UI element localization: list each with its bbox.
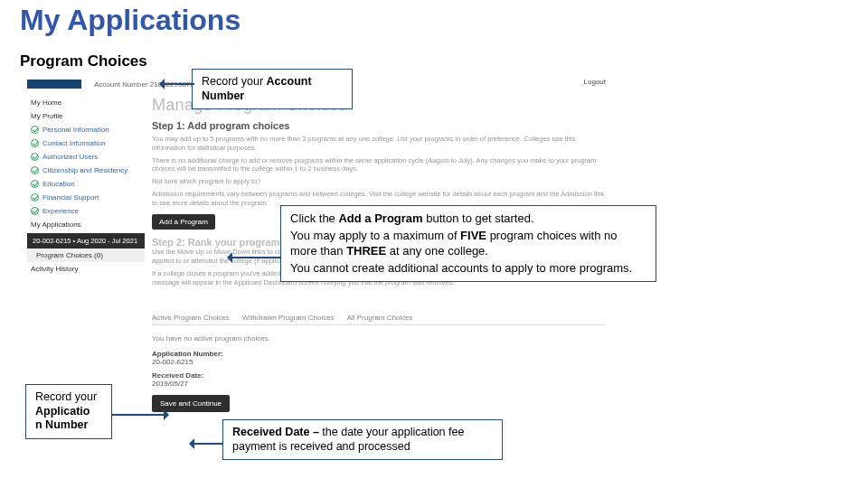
co-bold: Received Date –: [232, 426, 322, 438]
bg-add-program-button: Add a Program: [152, 214, 215, 230]
check-icon: [31, 166, 39, 174]
co-bold: n Number: [35, 418, 88, 431]
bg-side-label: Contact Information: [42, 139, 106, 147]
co-bold: Applicatio: [35, 405, 90, 418]
bg-tab-active: Active Program Choices: [152, 314, 230, 322]
co-text: You may apply to a maximum of: [290, 229, 460, 242]
bg-side-item: Authorized Users: [27, 150, 145, 164]
co-bold: Account: [267, 75, 312, 88]
bg-side-label: Education: [42, 180, 75, 188]
check-icon: [31, 180, 39, 188]
bg-recv-val: 2019/05/27: [152, 380, 188, 388]
bg-side-label: Authorized Users: [42, 153, 98, 161]
bg-p1: You may add up to 5 programs with no mor…: [152, 135, 606, 153]
bg-tab-all: All Program Choices: [347, 314, 413, 322]
check-icon: [31, 139, 39, 147]
co-text: Click the: [290, 211, 338, 225]
bg-side-profile: My Profile: [27, 109, 145, 123]
co-line: You cannot create additional accounts to…: [290, 261, 646, 276]
bg-appnum-label: Application Number:: [152, 350, 223, 358]
bg-side-label: Citizenship and Residency: [42, 166, 127, 174]
bg-side-myapps: My Applications: [27, 218, 145, 231]
co-text: at any one college.: [386, 244, 488, 258]
slide-subtitle: Program Choices: [20, 52, 147, 70]
callout-account-number: Record your Account Number: [192, 69, 353, 109]
bg-logo: [27, 80, 81, 89]
check-icon: [31, 153, 39, 161]
callout-received-date: Received Date – the date your applicatio…: [222, 419, 503, 460]
bg-no-active: You have no active program choices.: [152, 334, 606, 343]
callout-application-number: Record your Applicatio n Number: [25, 384, 112, 439]
co-line: Click the Add a Program button to get st…: [290, 211, 646, 226]
bg-side-label: Personal Information: [42, 126, 109, 134]
bg-side-appnum: 20-002-6215 • Aug 2020 - Jul 2021: [27, 233, 145, 249]
bg-sidebar: My Home My Profile Personal Information …: [27, 96, 145, 412]
bg-side-item: Contact Information: [27, 136, 145, 150]
arrow-icon: [160, 83, 194, 85]
bg-side-activity: Activity History: [27, 262, 145, 276]
check-icon: [31, 193, 39, 202]
arrow-icon: [228, 257, 280, 258]
bg-side-item: Education: [27, 177, 145, 191]
co-text: button to get started.: [423, 211, 534, 225]
bg-logout-link: Logout: [584, 78, 606, 86]
co-text: Record your: [35, 390, 97, 403]
co-bold: Add a Program: [338, 211, 422, 225]
bg-tab-withdrawn: Withdrawn Program Choices: [242, 314, 335, 322]
co-bold: FIVE: [460, 229, 486, 242]
bg-step1: Step 1: Add program choices: [152, 120, 606, 131]
bg-appnum-val: 20-002-6215: [152, 358, 193, 366]
bg-side-label: Experience: [42, 207, 79, 215]
arrow-icon: [112, 414, 168, 416]
bg-tabs: Active Program Choices Withdrawn Program…: [152, 314, 606, 322]
slide-title: My Applications: [20, 4, 241, 37]
bg-side-home: My Home: [27, 96, 145, 109]
co-bold: Number: [202, 89, 244, 102]
co-bold: THREE: [346, 244, 386, 258]
bg-side-label: Financial Support: [42, 193, 99, 202]
bg-side-item: Experience: [27, 204, 145, 218]
co-text: Record your: [202, 75, 267, 88]
bg-recv-label: Received Date:: [152, 371, 203, 380]
bg-side-item: Citizenship and Residency: [27, 164, 145, 177]
subtitle-text: Program Choices: [20, 52, 147, 70]
check-icon: [31, 207, 39, 215]
arrow-icon: [190, 443, 222, 445]
co-line: You may apply to a maximum of FIVE progr…: [290, 229, 646, 258]
bg-appnum-row: Application Number: 20-002-6215: [152, 350, 606, 366]
bg-p2: There is no additional charge to add or …: [152, 156, 606, 174]
bg-side-item: Financial Support: [27, 191, 145, 204]
bg-recv-row: Received Date: 2019/05/27: [152, 371, 606, 388]
callout-add-program: Click the Add a Program button to get st…: [280, 205, 656, 282]
check-icon: [31, 126, 39, 134]
bg-side-item: Personal Information: [27, 123, 145, 136]
bg-tabline: [152, 324, 606, 325]
bg-side-progchoices: Program Choices (0): [27, 249, 145, 262]
bg-p3: Not sure which program to apply to?: [152, 177, 606, 186]
